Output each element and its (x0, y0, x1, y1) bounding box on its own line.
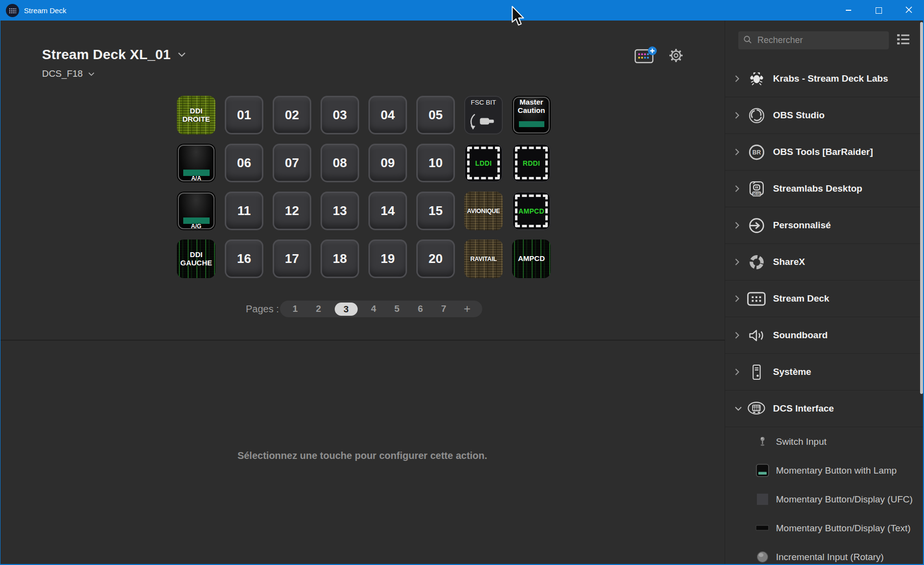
page-7[interactable]: 7 (436, 304, 451, 314)
key-13[interactable]: 13 (321, 192, 359, 230)
profile-selector[interactable]: DCS_F18 (42, 68, 95, 79)
settings-button[interactable] (668, 48, 684, 65)
key-avionique[interactable]: AVIONIQUE (464, 192, 503, 230)
page-2[interactable]: 2 (311, 304, 326, 314)
key-18[interactable]: 18 (321, 239, 359, 278)
key-fsc-bit[interactable]: FSC BIT (464, 96, 503, 134)
add-page-button[interactable]: + (460, 304, 474, 314)
key-lddi[interactable]: LDDI (464, 144, 503, 182)
page-1[interactable]: 1 (288, 304, 302, 314)
key-01[interactable]: 01 (225, 96, 263, 134)
key-09[interactable]: 09 (368, 144, 407, 182)
page-4[interactable]: 4 (366, 304, 381, 314)
key-label: DDIGAUCHE (180, 251, 212, 267)
action-item-switch-input[interactable]: Switch Input (725, 427, 924, 456)
profile-name: DCS_F18 (42, 68, 83, 79)
sidebar-item-soundboard[interactable]: Soundboard (725, 317, 924, 354)
category-label: Krabs - Stream Deck Labs (773, 73, 888, 84)
key-06[interactable]: 06 (225, 144, 263, 182)
maximize-icon (876, 7, 882, 14)
sidebar-item-krabs-stream-deck-labs[interactable]: Krabs - Stream Deck Labs (725, 61, 924, 97)
sidebar-item-obs-studio[interactable]: OBS Studio (725, 97, 924, 134)
sidebar-item-dcs-interface[interactable]: DCS Interface (725, 391, 924, 427)
sidebar-item-personnalis[interactable]: Personnalisé (725, 207, 924, 244)
device-selector[interactable]: Stream Deck XL_01 (42, 47, 186, 63)
key-number-label: 01 (237, 108, 251, 123)
key-label: DDIDROITE (182, 107, 210, 124)
key-number-label: 02 (285, 108, 299, 123)
key-08[interactable]: 08 (321, 144, 359, 182)
deck-add-icon (634, 46, 658, 66)
chevron-right-icon (734, 75, 742, 83)
minimize-button[interactable] (833, 0, 863, 21)
action-item-momentary-button-with-lamp[interactable]: Momentary Button with Lamp (725, 456, 924, 485)
key-a-a[interactable]: A/A (177, 144, 215, 182)
key-14[interactable]: 14 (368, 192, 407, 230)
key-05[interactable]: 05 (416, 96, 455, 134)
key-a-g[interactable]: A/G (177, 192, 215, 230)
search-input[interactable] (756, 35, 876, 46)
action-item-momentary-button-display-ufc[interactable]: Momentary Button/Display (UFC) (725, 485, 924, 514)
key-number-label: 05 (429, 108, 443, 123)
action-item-momentary-button-display-text[interactable]: Momentary Button/Display (Text) (725, 514, 924, 543)
sidebar-item-streamlabs-desktop[interactable]: OBS Streamlabs Desktop (725, 171, 924, 207)
page-3[interactable]: 3 (335, 303, 358, 316)
key-04[interactable]: 04 (368, 96, 407, 134)
key-03[interactable]: 03 (321, 96, 359, 134)
key-label: RAVITAIL (470, 256, 496, 262)
key-number-label: 04 (381, 108, 395, 123)
maximize-button[interactable] (863, 0, 894, 21)
key-label: AMPCD (512, 192, 551, 230)
key-20[interactable]: 20 (416, 239, 455, 278)
list-view-button[interactable] (897, 34, 910, 46)
action-item-incremental-input-rotary[interactable]: Incremental Input (Rotary) (725, 543, 924, 565)
key-rddi[interactable]: RDDI (512, 144, 551, 182)
window-border-left (0, 21, 0, 565)
action-label: Momentary Button with Lamp (776, 465, 897, 476)
minimize-icon (846, 10, 851, 11)
category-label: DCS Interface (773, 403, 834, 414)
key-number-label: 08 (333, 155, 347, 171)
key-ddi-droite[interactable]: DDIDROITE (177, 96, 215, 134)
switch-input-icon (754, 436, 770, 448)
key-number-label: 16 (237, 251, 251, 266)
key-ampcd[interactable]: AMPCD (512, 239, 551, 278)
key-number-label: 11 (237, 203, 251, 218)
soundboard-icon (745, 328, 768, 343)
category-label: Soundboard (773, 330, 828, 341)
close-button[interactable] (894, 0, 924, 21)
key-12[interactable]: 12 (273, 192, 311, 230)
key-11[interactable]: 11 (225, 192, 263, 230)
sidebar-item-obs-tools-barraider[interactable]: BR OBS Tools [BarRaider] (725, 134, 924, 171)
key-number-label: 09 (381, 155, 395, 171)
custom-actions-icon (745, 217, 768, 234)
key-16[interactable]: 16 (225, 239, 263, 278)
key-10[interactable]: 10 (416, 144, 455, 182)
sidebar-item-syst-me[interactable]: Système (725, 354, 924, 391)
key-07[interactable]: 07 (273, 144, 311, 182)
chevron-down-icon (734, 406, 742, 411)
add-device-button[interactable] (634, 46, 658, 66)
key-master-caution[interactable]: MasterCaution (512, 96, 551, 134)
chevron-right-icon (734, 221, 742, 229)
plug-arrow-icon (468, 113, 496, 132)
page-5[interactable]: 5 (389, 304, 404, 314)
obs-icon (745, 107, 768, 124)
key-label: A/A (177, 175, 215, 182)
sidebar-item-sharex[interactable]: ShareX (725, 244, 924, 281)
key-ravitail[interactable]: RAVITAIL (464, 239, 503, 278)
key-number-label: 03 (333, 108, 347, 123)
key-grid: DDIDROITE0102030405FSC BIT MasterCaution… (177, 96, 551, 278)
key-15[interactable]: 15 (416, 192, 455, 230)
lamp-bar (519, 121, 544, 127)
key-ddi-gauche[interactable]: DDIGAUCHE (177, 239, 215, 278)
category-label: Système (773, 367, 811, 377)
key-17[interactable]: 17 (273, 239, 311, 278)
header-actions (634, 46, 684, 66)
page-6[interactable]: 6 (413, 304, 428, 314)
sidebar-item-stream-deck[interactable]: Stream Deck (725, 281, 924, 317)
key-02[interactable]: 02 (273, 96, 311, 134)
system-icon (745, 364, 768, 380)
key-19[interactable]: 19 (368, 239, 407, 278)
key-ampcd[interactable]: AMPCD (512, 192, 551, 230)
